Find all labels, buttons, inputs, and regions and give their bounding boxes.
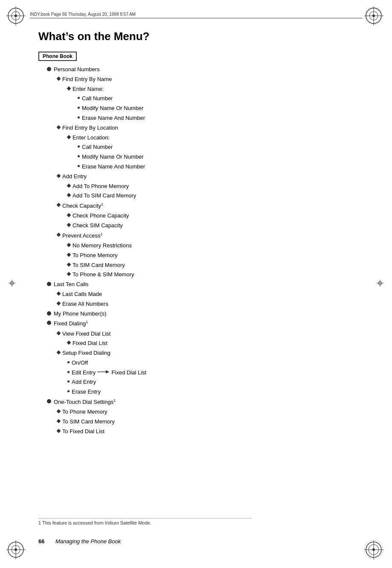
list-item: Erase Entry [67, 388, 362, 397]
menu-item-label: Find Entry By Location [62, 124, 118, 133]
header-bar: INDY.book Page 66 Thursday, August 20, 1… [30, 12, 362, 18]
menu-item-label: On/Off [72, 359, 88, 368]
bullet-icon [78, 97, 80, 99]
menu-item-label: Last Calls Made [62, 290, 102, 299]
menu-item-label: Call Number [82, 94, 113, 103]
list-item: Modify Name Or Number [78, 153, 362, 162]
bullet-icon [78, 107, 80, 109]
list-item: To Phone Memory [67, 251, 362, 260]
side-crosshair-right [376, 279, 384, 289]
corner-decoration-bl [4, 538, 30, 564]
menu-item-label: Check Capacity1 [62, 201, 103, 211]
bullet-icon [57, 419, 61, 423]
bullet-icon [67, 371, 70, 373]
menu-item-label: Setup Fixed Dialing [62, 349, 110, 358]
bullet-icon [67, 252, 71, 257]
menu-item-label: To Phone Memory [73, 251, 118, 260]
list-item: Call Number [78, 94, 362, 103]
list-item: Add To Phone Memory [67, 182, 362, 191]
page-number: 66 [38, 538, 44, 545]
list-item: Check Capacity1 [57, 201, 362, 211]
bullet-icon [47, 311, 51, 316]
list-item: Add Entry [57, 172, 362, 181]
list-item: Add To SIM Card Memory [67, 191, 362, 200]
footnote: 1 This feature is accessed from Iridium … [38, 518, 252, 525]
menu-item-label: Erase Entry [72, 388, 101, 397]
list-item: Erase Name And Number [78, 162, 362, 171]
menu-item-label: No Memory Restrictions [73, 241, 132, 250]
list-item: No Memory Restrictions [67, 241, 362, 250]
menu-item-label: To Phone & SIM Memory [73, 270, 134, 279]
list-item: Check Phone Capacity [67, 212, 362, 220]
bullet-icon [57, 232, 61, 237]
list-item: My Phone Number(s) [47, 310, 362, 319]
bullet-icon [67, 262, 71, 267]
bullet-icon [78, 155, 80, 157]
list-item: Enter Location: [67, 133, 362, 142]
list-item: Erase Name And Number [78, 114, 362, 123]
list-item: Enter Name: [67, 85, 362, 94]
bullet-icon [67, 193, 71, 197]
menu-item-label: Add To Phone Memory [73, 182, 129, 191]
header-text: INDY.book Page 66 Thursday, August 20, 1… [30, 12, 136, 17]
list-item: Call Number [78, 143, 362, 152]
bullet-icon [57, 292, 61, 296]
svg-point-4 [15, 14, 17, 17]
menu-item-label: To SIM Card Memory [73, 261, 125, 270]
list-item: Personal Numbers [47, 65, 362, 74]
menu-item-label: One-Touch Dial Settings1 [54, 397, 116, 407]
bullet-icon [67, 361, 70, 363]
menu-item-label: Check SIM Capacity [73, 221, 123, 230]
menu-item-label: Find Entry By Name [62, 75, 112, 84]
menu-item-label: Enter Name: [73, 85, 104, 94]
menu-item-label: Fixed Dialing1 [54, 319, 88, 328]
svg-marker-29 [106, 370, 109, 374]
bullet-icon [57, 331, 61, 335]
corner-decoration-br [362, 538, 388, 564]
menu-item-label: View Fixed Dial List [62, 330, 110, 339]
menu-tree: Personal Numbers Find Entry By Name Ente… [38, 65, 362, 436]
list-item: On/Off [67, 359, 362, 368]
bullet-icon [47, 282, 51, 286]
svg-point-20 [372, 548, 375, 551]
bullet-icon [78, 165, 80, 167]
menu-item-label: Check Phone Capacity [73, 212, 129, 220]
bullet-icon [57, 125, 61, 129]
list-item: Fixed Dialing1 [47, 319, 362, 328]
menu-item-label: Erase All Numbers [62, 300, 108, 309]
bullet-icon [57, 301, 61, 305]
menu-item-label: Modify Name Or Number [82, 104, 143, 113]
bullet-icon [67, 341, 71, 345]
list-item: Find Entry By Name [57, 75, 362, 84]
list-item: View Fixed Dial List [57, 330, 362, 339]
bullet-icon [78, 145, 80, 148]
list-item: To SIM Card Memory [57, 417, 362, 426]
bullet-icon [57, 351, 61, 355]
bullet-icon [67, 390, 70, 392]
list-item: Setup Fixed Dialing [57, 349, 362, 358]
chapter-title: Managing the Phone Book [55, 538, 121, 545]
list-item: Find Entry By Location [57, 124, 362, 133]
menu-item-label: Prevent Access1 [62, 231, 103, 241]
list-item: Fixed Dial List [67, 339, 362, 348]
menu-item-label: To Phone Memory [62, 408, 107, 417]
bullet-icon [47, 399, 51, 403]
list-item: Erase All Numbers [57, 300, 362, 309]
svg-point-15 [15, 548, 17, 551]
menu-item-label: Call Number [82, 143, 113, 152]
bullet-icon [67, 380, 70, 383]
menu-item-label: Personal Numbers [54, 65, 100, 74]
menu-item-label: Modify Name Or Number [82, 153, 143, 162]
bullet-icon [67, 243, 71, 247]
menu-item-label: My Phone Number(s) [54, 310, 107, 319]
bullet-icon [57, 203, 61, 207]
corner-decoration-tl [4, 4, 30, 30]
list-item: Last Calls Made [57, 290, 362, 299]
bullet-icon [57, 76, 61, 81]
bullet-icon [57, 429, 61, 433]
menu-item-label: Add Entry [62, 172, 87, 181]
bullet-icon [67, 272, 71, 276]
phonebook-label: Phone Book [38, 52, 77, 61]
menu-item-label: Add Entry [72, 378, 96, 387]
menu-item-label: Fixed Dial List [73, 339, 107, 348]
